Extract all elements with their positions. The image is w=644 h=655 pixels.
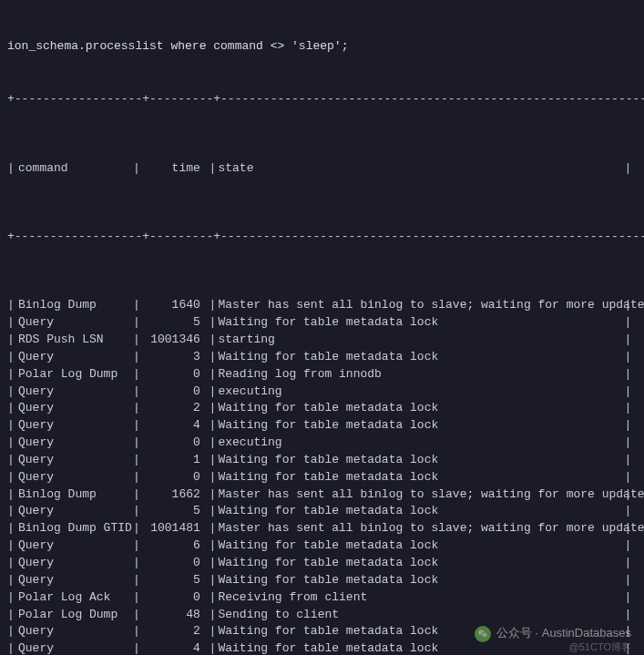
cell-time: 0 <box>140 435 202 452</box>
cell-time: 0 <box>140 555 202 572</box>
column-separator: | <box>624 400 631 417</box>
cell-command: Query <box>16 384 133 401</box>
column-separator: | <box>202 332 217 349</box>
cell-command: Query <box>16 469 133 486</box>
header-time: time <box>140 160 202 178</box>
cell-state: executing <box>216 435 624 452</box>
cell-command: Query <box>16 623 133 640</box>
cell-command: Binlog Dump <box>16 297 133 314</box>
column-separator: | <box>7 572 16 589</box>
column-separator: | <box>202 160 217 178</box>
cell-command: Query <box>16 503 133 520</box>
column-separator: | <box>202 503 217 520</box>
column-separator: | <box>133 297 140 314</box>
cell-time: 0 <box>140 589 202 607</box>
column-separator: | <box>624 572 631 589</box>
column-separator: | <box>133 520 140 537</box>
cell-state: Master has sent all binlog to slave; wai… <box>216 486 624 504</box>
cell-state: Waiting for table metadata lock <box>216 503 624 520</box>
cell-command: Query <box>16 417 133 435</box>
column-separator: | <box>133 623 140 640</box>
column-separator: | <box>202 520 217 537</box>
cell-state: Reading log from innodb <box>216 366 624 384</box>
column-separator: | <box>202 623 217 640</box>
column-separator: | <box>7 417 16 435</box>
column-separator: | <box>624 314 631 332</box>
column-separator: | <box>202 572 217 589</box>
cell-command: Query <box>16 572 133 589</box>
cell-state: Sending to client <box>216 607 624 624</box>
column-separator: | <box>624 435 631 452</box>
column-separator: | <box>624 332 631 349</box>
cell-state: Waiting for table metadata lock <box>216 537 624 555</box>
cell-time: 0 <box>140 384 202 401</box>
column-separator: | <box>202 349 217 366</box>
table-row: |Query|0 |Waiting for table metadata loc… <box>7 555 637 572</box>
wechat-icon <box>475 626 491 642</box>
column-separator: | <box>7 366 16 384</box>
column-separator: | <box>133 469 140 486</box>
cell-time: 4 <box>140 417 202 435</box>
column-separator: | <box>7 400 16 417</box>
column-separator: | <box>624 555 631 572</box>
column-separator: | <box>202 640 217 655</box>
cell-command: Query <box>16 435 133 452</box>
column-separator: | <box>133 314 140 332</box>
cell-command: Query <box>16 314 133 332</box>
column-separator: | <box>7 452 16 469</box>
column-separator: | <box>624 486 631 504</box>
table-row: |Query|4 |Waiting for table metadata loc… <box>7 417 637 435</box>
table-row: |Query|4 |Waiting for table metadata loc… <box>7 640 637 655</box>
cell-state: Waiting for table metadata lock <box>216 417 624 435</box>
table-row: |Query|3 |Waiting for table metadata loc… <box>7 349 637 366</box>
cell-time: 0 <box>140 366 202 384</box>
column-separator: | <box>133 537 140 555</box>
header-state: state <box>216 160 624 178</box>
cell-command: Query <box>16 640 133 655</box>
cell-command: Binlog Dump GTID <box>16 520 133 537</box>
column-separator: | <box>133 366 140 384</box>
column-separator: | <box>7 589 16 607</box>
cell-state: Waiting for table metadata lock <box>216 452 624 469</box>
column-separator: | <box>7 640 16 655</box>
column-separator: | <box>202 589 217 607</box>
cell-command: Query <box>16 400 133 417</box>
column-separator: | <box>624 503 631 520</box>
cell-state: Waiting for table metadata lock <box>216 640 624 655</box>
cell-state: Receiving from client <box>216 589 624 607</box>
cell-time: 3 <box>140 349 202 366</box>
column-separator: | <box>202 314 217 332</box>
cell-command: Polar Log Dump <box>16 366 133 384</box>
table-row: |Query|6 |Waiting for table metadata loc… <box>7 537 637 555</box>
table-row: |Query|5 |Waiting for table metadata loc… <box>7 572 637 589</box>
column-separator: | <box>202 452 217 469</box>
sql-query-fragment: ion_schema.processlist where command <> … <box>7 38 637 56</box>
table-row: |Query|5 |Waiting for table metadata loc… <box>7 314 637 332</box>
table-body: |Binlog Dump|1640 |Master has sent all b… <box>7 297 637 655</box>
cell-time: 6 <box>140 537 202 555</box>
table-row: |Polar Log Dump|48 |Sending to client| <box>7 607 637 624</box>
column-separator: | <box>7 607 16 624</box>
cell-time: 48 <box>140 607 202 624</box>
column-separator: | <box>133 640 140 655</box>
column-separator: | <box>624 349 631 366</box>
table-row: |Query|2 |Waiting for table metadata loc… <box>7 400 637 417</box>
cell-command: Polar Log Ack <box>16 589 133 607</box>
cell-time: 5 <box>140 314 202 332</box>
table-row: |Query|0 |executing| <box>7 435 637 452</box>
cell-state: starting <box>216 332 624 349</box>
column-separator: | <box>133 332 140 349</box>
cell-state: Master has sent all binlog to slave; wai… <box>216 297 624 314</box>
column-separator: | <box>7 555 16 572</box>
column-separator: | <box>7 314 16 332</box>
column-separator: | <box>133 417 140 435</box>
column-separator: | <box>7 349 16 366</box>
table-header-row: | command | time | state | <box>7 160 637 178</box>
cell-state: Master has sent all binlog to slave; wai… <box>216 520 624 537</box>
column-separator: | <box>624 160 631 178</box>
column-separator: | <box>624 589 631 607</box>
cell-state: Waiting for table metadata lock <box>216 469 624 486</box>
column-separator: | <box>133 486 140 504</box>
column-separator: | <box>202 555 217 572</box>
cell-command: Query <box>16 555 133 572</box>
